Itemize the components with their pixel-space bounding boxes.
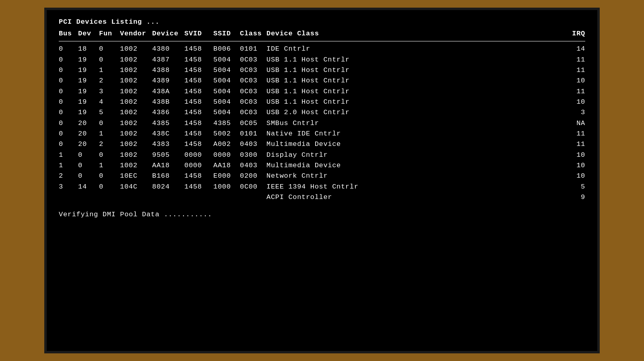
cell-devclass: USB 2.0 Host Cntrlr: [266, 107, 561, 118]
cell-vendor: 1002: [120, 139, 152, 150]
table-header: Bus Dev Fun Vendor Device SVID SSID Clas…: [59, 29, 585, 42]
table-row: 0 20 0 1002 4385 1458 4385 0C05 SMBus Cn…: [59, 118, 585, 129]
cell-device: 4380: [152, 44, 184, 54]
cell-svid: 1458: [184, 65, 213, 76]
cell-svid: 1458: [184, 55, 213, 65]
cell-vendor: 1002: [120, 55, 152, 65]
table-row: 0 19 1 1002 4388 1458 5004 0C03 USB 1.1 …: [59, 65, 585, 76]
cell-vendor: 1002: [120, 76, 152, 86]
cell-device: 4387: [152, 55, 184, 65]
cell-devclass: USB 1.1 Host Cntrlr: [266, 55, 561, 65]
cell-irq: 5: [561, 182, 585, 192]
footer-status: Verifying DMI Pool Data ...........: [59, 210, 585, 220]
cell-vendor: 1002: [120, 44, 152, 54]
cell-bus: 0: [59, 129, 78, 139]
cell-devclass: Multimedia Device: [266, 139, 561, 150]
cell-ssid: [213, 192, 240, 203]
cell-svid: 1458: [184, 182, 213, 192]
cell-dev: 19: [78, 55, 99, 65]
table-row: 0 19 4 1002 438B 1458 5004 0C03 USB 1.1 …: [59, 97, 585, 107]
cell-bus: 0: [59, 118, 78, 129]
cell-class: 0C03: [240, 97, 266, 107]
cell-ssid: 5004: [213, 97, 240, 107]
cell-fun: 1: [99, 129, 120, 139]
cell-dev: 19: [78, 97, 99, 107]
header-bus: Bus: [59, 29, 78, 39]
cell-svid: [184, 192, 213, 203]
cell-dev: 0: [78, 171, 99, 181]
cell-class: 0101: [240, 129, 266, 139]
cell-device: 438B: [152, 97, 184, 107]
cell-class: 0200: [240, 171, 266, 181]
cell-vendor: 1002: [120, 107, 152, 118]
table-row: ACPI Controller 9: [59, 192, 585, 203]
cell-class: 0C00: [240, 182, 266, 192]
cell-device: [152, 192, 184, 203]
cell-irq: 3: [561, 107, 585, 118]
cell-fun: 3: [99, 86, 120, 97]
cell-svid: 1458: [184, 97, 213, 107]
cell-fun: 0: [99, 171, 120, 181]
header-dev: Dev: [78, 29, 99, 39]
cell-class: 0C05: [240, 118, 266, 129]
cell-svid: 1458: [184, 107, 213, 118]
cell-devclass: IDE Cntrlr: [266, 44, 561, 54]
cell-bus: [59, 192, 78, 203]
cell-dev: 0: [78, 150, 99, 160]
cell-devclass: Display Cntrlr: [266, 150, 561, 160]
cell-class: 0300: [240, 150, 266, 160]
cell-bus: 2: [59, 171, 78, 181]
cell-irq: 11: [561, 139, 585, 150]
cell-devclass: USB 1.1 Host Cntrlr: [266, 97, 561, 107]
cell-ssid: 0000: [213, 150, 240, 160]
cell-ssid: 5002: [213, 129, 240, 139]
cell-class: 0C03: [240, 76, 266, 86]
cell-class: 0C03: [240, 55, 266, 65]
cell-ssid: B006: [213, 44, 240, 54]
cell-fun: [99, 192, 120, 203]
cell-dev: 19: [78, 76, 99, 86]
cell-class: 0C03: [240, 65, 266, 76]
cell-irq: 10: [561, 150, 585, 160]
cell-vendor: 10EC: [120, 171, 152, 181]
cell-class: 0403: [240, 139, 266, 150]
cell-irq: 10: [561, 160, 585, 171]
cell-device: 4389: [152, 76, 184, 86]
cell-bus: 1: [59, 150, 78, 160]
header-svid: SVID: [184, 29, 213, 39]
cell-device: 8024: [152, 182, 184, 192]
header-fun: Fun: [99, 29, 120, 39]
cell-dev: [78, 192, 99, 203]
cell-class: [240, 192, 266, 203]
cell-svid: 0000: [184, 160, 213, 171]
cell-fun: 2: [99, 139, 120, 150]
table-row: 0 19 5 1002 4386 1458 5004 0C03 USB 2.0 …: [59, 107, 585, 118]
cell-fun: 0: [99, 182, 120, 192]
cell-dev: 20: [78, 118, 99, 129]
cell-devclass: ACPI Controller: [266, 192, 561, 203]
cell-dev: 19: [78, 86, 99, 97]
cell-device: AA18: [152, 160, 184, 171]
cell-fun: 1: [99, 65, 120, 76]
cell-irq: 10: [561, 76, 585, 86]
cell-ssid: E000: [213, 171, 240, 181]
cell-fun: 0: [99, 150, 120, 160]
table-row: 0 19 2 1002 4389 1458 5004 0C03 USB 1.1 …: [59, 76, 585, 86]
cell-vendor: 1002: [120, 118, 152, 129]
cell-irq: 14: [561, 44, 585, 54]
screen-title: PCI Devices Listing ...: [59, 17, 585, 27]
cell-svid: 1458: [184, 139, 213, 150]
header-ssid: SSID: [213, 29, 240, 39]
cell-vendor: [120, 192, 152, 203]
cell-bus: 0: [59, 76, 78, 86]
cell-device: 4386: [152, 107, 184, 118]
cell-ssid: 5004: [213, 76, 240, 86]
cell-dev: 19: [78, 65, 99, 76]
cell-dev: 19: [78, 107, 99, 118]
cell-fun: 0: [99, 118, 120, 129]
cell-irq: 10: [561, 97, 585, 107]
cell-svid: 0000: [184, 150, 213, 160]
cell-vendor: 1002: [120, 150, 152, 160]
cell-fun: 4: [99, 97, 120, 107]
table-row: 0 20 2 1002 4383 1458 A002 0403 Multimed…: [59, 139, 585, 150]
